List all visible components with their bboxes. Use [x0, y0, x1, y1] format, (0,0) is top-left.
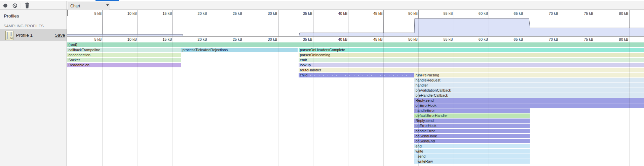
- svg-text:%: %: [10, 36, 13, 40]
